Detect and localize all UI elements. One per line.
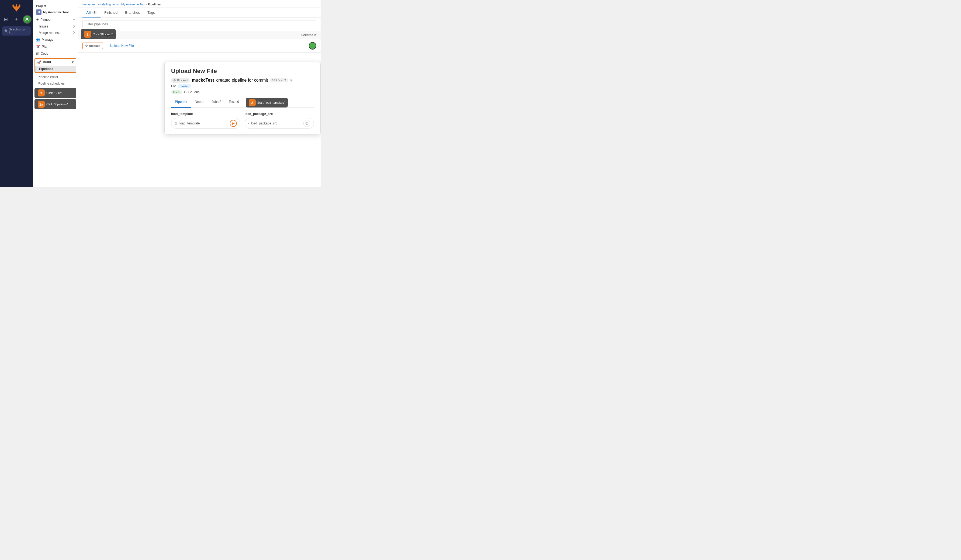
tab-tags-label: Tags [147,11,155,14]
blocked-badge-gear: ⚙ [173,79,176,82]
code-icon: ◫ [36,52,39,56]
tab-branches-label: Branches [125,11,140,14]
user-avatar-button[interactable] [23,15,32,24]
step2-job-text: Start "load_template" [257,101,285,104]
step1-badge: 1 [38,90,45,96]
tab-finished[interactable]: Finished [101,8,121,17]
breadcrumb-resources[interactable]: resources [82,3,95,6]
user-avatar[interactable] [23,15,32,24]
step2-blocked-text: Click "Blocked" [93,32,112,36]
step1-text: Click "Build" [47,91,62,95]
main-area: Project M My Awesome Tool ✳ Pinned ▾ Iss… [33,0,321,187]
search-icon: 🔍 [4,29,8,33]
sidebar-item-build[interactable]: 🚀 Build ▾ [35,59,76,66]
annotation-click-blocked: 2 Click "Blocked" [81,29,116,39]
svg-point-0 [26,18,28,19]
job-item-load-template: ⚙ load_template ▶ [171,118,240,129]
chevron-right-icon: › [74,38,75,41]
blocked-status-button[interactable]: ⚙ Blocked [82,43,103,49]
chevron-down-icon2: ▾ [72,60,74,64]
sub-tab-pipeline-label: Pipeline [175,100,187,104]
upload-link-label: Upload New File [110,44,134,48]
annotation-click-build: 1 Click "Build" [34,88,76,98]
creator-name: muckcTest [192,78,214,83]
sidebar-item-pinned[interactable]: ✳ Pinned ▾ [33,16,78,23]
header-pipeline: Pipeline [104,33,284,37]
step1a-text: Click "Pipelines" [47,103,67,106]
tab-all-label: All [86,11,91,14]
merge-requests-badge: 0 [73,31,75,35]
sidebar-item-plan[interactable]: 📅 Plan › [33,43,78,50]
sidebar-top-icons: ⊞ + [2,15,32,24]
tab-all-count: 1 [92,11,97,14]
new-plus-button[interactable]: + [12,15,21,24]
chevron-right-icon3: › [74,52,75,55]
sub-tab-pipeline[interactable]: Pipeline [171,98,191,108]
project-name: My Awesome Tool [43,11,69,14]
copy-hash-button[interactable]: ⎘ [290,78,293,83]
step2-job-badge: 2 [249,99,256,106]
tab-all[interactable]: All 1 [82,8,101,17]
tab-branches[interactable]: Branches [121,8,144,17]
build-label: Build [43,60,51,64]
job-col-1: load_template ⚙ load_template ▶ [171,112,240,129]
search-button[interactable]: 🔍 Search or go to... [2,26,31,35]
manage-icon: 👥 [36,38,40,42]
breadcrumb-current: Pipelines [148,3,161,6]
pipeline-sub-tabs: Pipeline Needs Jobs 2 Tests 0 2 Start "l… [171,98,314,108]
panels-button[interactable]: ⊞ [2,15,10,24]
job2-name: load_package_src [251,122,277,125]
blocked-badge-text: Blocked [177,79,188,82]
pipeline-row: ⚙ Blocked Upload New File 2 Click "Block… [78,39,321,53]
pipeline-avatar [309,42,316,50]
sidebar-item-manage[interactable]: 👥 Manage › [33,36,78,43]
for-row: For master [171,84,314,88]
upload-new-file-panel: Upload New File ⚙ Blocked muckcTest crea… [164,62,321,135]
sidebar-item-pipeline-schedules[interactable]: Pipeline schedules [33,80,78,87]
skip-load-package-button[interactable]: ⊘ [303,120,310,127]
pipelines-label: Pipelines [39,67,53,71]
sidebar-item-merge-requests[interactable]: Merge requests 0 [33,30,78,36]
sidebar-item-issues[interactable]: Issues 0 [33,23,78,30]
plan-label: Plan [42,45,48,48]
breadcrumb-modelling-tools[interactable]: modelling_tools [98,3,119,6]
sub-tab-jobs-label: Jobs 2 [212,100,221,104]
branch-badge: master [178,84,191,88]
jobs-grid: load_template ⚙ load_template ▶ load_pac… [171,112,314,129]
annotation-start-load-template: 2 Start "load_template" [246,98,288,108]
sidebar: ⊞ + 🔍 Search or go to... [0,0,33,187]
jobs-text: GO 2 Jobs [184,90,199,94]
filter-pipelines-input[interactable] [82,20,316,28]
pinned-icon: ✳ [36,18,39,22]
breadcrumb-my-awesome-tool[interactable]: My Awesome Tool [121,3,145,6]
sidebar-item-code[interactable]: ◫ Code › [33,50,78,57]
latest-badge: latest [171,90,182,94]
sub-tab-jobs[interactable]: Jobs 2 [208,98,225,108]
sub-tab-tests[interactable]: Tests 0 [225,98,243,108]
job-col1-label: load_template [171,112,240,116]
manage-label: Manage [42,38,53,42]
chevron-right-icon2: › [74,45,75,48]
build-section: 🚀 Build ▾ Pipelines [34,58,76,73]
sidebar-item-pipelines[interactable]: Pipelines [35,66,76,72]
run-load-template-button[interactable]: ▶ [230,120,237,127]
sub-tab-needs-label: Needs [195,100,204,104]
build-icon: 🚀 [37,60,41,64]
tab-finished-label: Finished [104,11,117,14]
job-col2-label: load_package_src [244,112,314,116]
project-section-label: Project [33,3,78,8]
project-item[interactable]: M My Awesome Tool [33,8,78,16]
job-col-2: load_package_src ● load_package_src ⊘ [244,112,314,129]
issues-badge: 0 [73,24,75,28]
sidebar-item-pipeline-editor[interactable]: Pipeline editor [33,74,78,80]
pipeline-schedules-label: Pipeline schedules [38,82,65,85]
upload-new-file-link[interactable]: Upload New File [110,44,134,48]
job1-gear-icon: ⚙ [175,122,178,125]
job-item-load-package-src: ● load_package_src ⊘ [244,118,314,129]
sub-tab-needs[interactable]: Needs [191,98,208,108]
pinned-label: Pinned [40,18,50,22]
job2-dot-icon: ● [248,122,249,125]
tab-tags[interactable]: Tags [144,8,158,17]
code-label: Code [41,52,48,56]
tabs-bar: All 1 Finished Branches Tags [78,8,321,18]
